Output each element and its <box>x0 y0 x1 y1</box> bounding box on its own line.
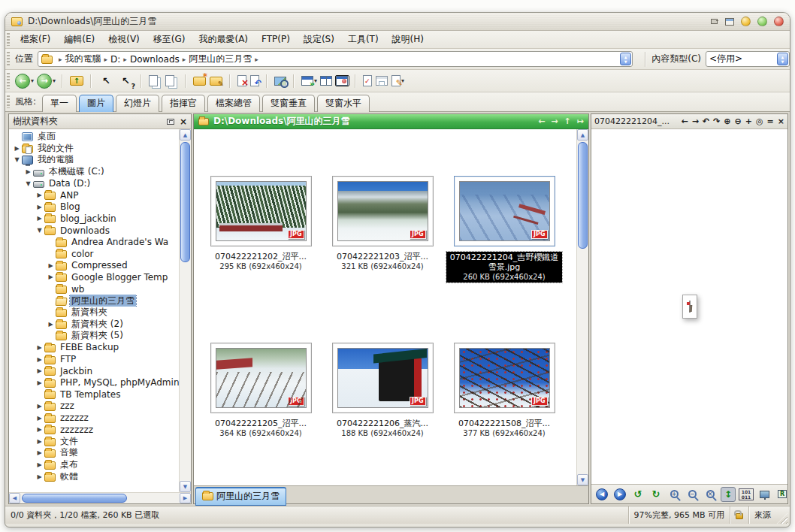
tree-item[interactable]: 新資料夾 <box>9 307 179 319</box>
tree-expand-arrow[interactable]: ▶ <box>46 262 56 269</box>
title-bar[interactable]: D:\Downloads\阿里山的三月雪 <box>5 13 790 31</box>
prev-file-icon[interactable]: ← <box>681 116 688 127</box>
preview-search-button[interactable] <box>274 76 288 86</box>
edit-folder-button[interactable]: ✎ <box>209 76 224 86</box>
style-tab[interactable]: 檔案總管 <box>207 95 260 112</box>
address-combo[interactable]: ▸我的電腦 ▸D: ▸Downloads ▸阿里山的三月雪 ▸ ▲ ▼ <box>38 51 633 67</box>
tree-expand-arrow[interactable]: ▶ <box>35 215 44 222</box>
center-icon[interactable]: ◎ <box>756 116 763 127</box>
tree-item[interactable]: Andrea Andrade's Wa <box>9 236 179 248</box>
tree-expand-arrow[interactable]: ▶ <box>35 344 44 351</box>
tree-expand-arrow[interactable]: ▶ <box>35 367 44 374</box>
paste-button[interactable] <box>165 74 180 87</box>
tree-expand-arrow[interactable]: ▼ <box>35 227 44 234</box>
zoom-out-button[interactable]: − <box>685 487 700 502</box>
tree-item[interactable]: 阿里山的三月雪 <box>9 295 179 307</box>
separator[interactable] <box>225 74 235 89</box>
tree-expand-arrow[interactable]: ▶ <box>35 403 44 410</box>
separator[interactable] <box>351 74 361 89</box>
tree-item[interactable]: ▶ PHP, MySQL, phpMyAdmin <box>9 376 179 388</box>
info-view-button[interactable]: R <box>775 487 787 502</box>
tree-item[interactable]: ▼ Downloads <box>9 225 179 237</box>
tree-item[interactable]: 桌面 <box>9 131 179 143</box>
breadcrumb-item[interactable]: 我的電腦 <box>65 53 101 65</box>
tree-expand-arrow[interactable]: ▶ <box>46 321 56 328</box>
menu-item[interactable]: 我的最愛(A) <box>192 32 255 46</box>
up-folder-button[interactable]: ↑ <box>69 75 85 86</box>
file-thumbnail[interactable]: JPG 070422221508_沼平... 377 KB (692x460x2… <box>444 343 564 438</box>
scroll-right-icon[interactable]: ▶ <box>180 493 191 503</box>
file-thumbnail[interactable]: JPG 070422221203_沼平... 321 KB (692x460x2… <box>322 176 443 283</box>
tree-hscroll-thumb[interactable] <box>22 494 127 503</box>
pane-forward-icon[interactable]: → <box>551 116 558 126</box>
style-tab[interactable]: 幻燈片 <box>116 95 159 112</box>
tree-scroll-thumb[interactable] <box>180 142 190 262</box>
tree-item[interactable]: ▶ ANP <box>9 189 179 201</box>
tree-item[interactable]: wb <box>9 283 179 295</box>
tree-item[interactable]: ▶ Blog <box>9 201 179 213</box>
breadcrumb-item[interactable]: 阿里山的三月雪 <box>189 53 252 65</box>
style-tab[interactable]: 指揮官 <box>162 95 205 112</box>
scroll-down-icon[interactable]: ▼ <box>180 481 191 492</box>
next-file-icon[interactable]: → <box>692 116 699 127</box>
separator[interactable] <box>289 74 299 89</box>
notes-button[interactable]: ✎▾ <box>391 74 405 87</box>
breadcrumb-item[interactable]: Downloads <box>130 54 180 65</box>
undock-panel-icon[interactable] <box>167 119 174 125</box>
tree-expand-arrow[interactable]: ▼ <box>23 180 33 187</box>
address-spinner[interactable]: ▲ ▼ <box>620 53 631 65</box>
browser-panel-header[interactable]: D:\Downloads\阿里山的三月雪 ←→↑↦ <box>194 114 588 129</box>
address-grip[interactable] <box>7 52 10 66</box>
menu-item[interactable]: 移至(G) <box>147 32 192 46</box>
scroll-down-icon[interactable]: ▼ <box>577 474 588 485</box>
tree-item[interactable]: ▶ 我的文件 <box>9 143 179 155</box>
menu-item[interactable]: 工具(T) <box>341 32 385 46</box>
rotate-left-button[interactable]: ↺ <box>630 487 645 502</box>
close-button[interactable] <box>774 17 784 26</box>
tree-item[interactable]: ▶ 音樂 <box>9 447 179 459</box>
breadcrumb-item[interactable]: D: <box>110 54 120 65</box>
tree-expand-arrow[interactable]: ▶ <box>35 426 44 433</box>
hex-view-button[interactable]: 101 011 <box>739 487 754 502</box>
checklist-button[interactable]: ✓ <box>362 74 373 87</box>
tree-item[interactable]: ▶ 本機磁碟 (C:) <box>9 166 179 178</box>
menu-item[interactable]: FTP(P) <box>255 32 297 46</box>
tree-expand-arrow[interactable]: ▶ <box>35 461 44 468</box>
file-thumbnail[interactable]: JPG 070422221206_蒸汽... 188 KB (692x460x2… <box>322 343 443 438</box>
file-thumbnail[interactable]: JPG 070422221204_吉野櫻鐵道雪景.jpg 260 KB (692… <box>444 176 564 283</box>
tree-item[interactable]: ▶ zzz <box>9 401 179 413</box>
swap-pane-button[interactable]: »▾ <box>301 75 318 86</box>
tree-expand-arrow[interactable]: ▶ <box>35 379 44 386</box>
tree-expand-arrow[interactable]: ▶ <box>23 168 33 175</box>
separator[interactable] <box>58 74 68 89</box>
tree-item[interactable]: ▶ blog_jackbin <box>9 213 179 225</box>
tree-vertical-scrollbar[interactable]: ▲ ▼ <box>179 129 191 492</box>
close-viewer-icon[interactable]: × <box>778 116 784 127</box>
tree-expand-arrow[interactable]: ▶ <box>35 204 44 210</box>
separator[interactable] <box>262 74 272 89</box>
menu-item[interactable]: 說明(H) <box>385 32 431 46</box>
tree-expand-arrow[interactable]: ▶ <box>35 192 44 198</box>
tree-item[interactable]: ▶ 軟體 <box>9 470 179 482</box>
tree-expand-arrow[interactable]: ▶ <box>46 274 56 280</box>
rotate-cw-icon[interactable]: ↷ <box>713 116 720 127</box>
browser-scroll-thumb[interactable] <box>578 142 588 249</box>
scroll-up-icon[interactable]: ▲ <box>577 129 588 141</box>
toggle-panels-icon[interactable] <box>725 18 734 26</box>
pin-window-icon[interactable] <box>710 17 718 26</box>
preview-image[interactable] <box>689 301 691 313</box>
separator[interactable] <box>86 74 96 89</box>
pane-up-icon[interactable]: ↑ <box>564 116 571 126</box>
toolbar-grip[interactable] <box>7 73 10 88</box>
tree-item[interactable]: ▼ 我的電腦 <box>9 154 179 166</box>
inspect-cursor-button[interactable]: ↖? <box>117 73 135 89</box>
forward-button[interactable]: →▾ <box>36 73 56 89</box>
pane-maximize-icon[interactable]: ↦ <box>577 116 584 126</box>
menu-item[interactable]: 設定(S) <box>297 32 341 46</box>
style-tab[interactable]: 圖片 <box>79 95 113 112</box>
scroll-up-icon[interactable]: ▲ <box>180 129 191 141</box>
viewer-pane-button[interactable] <box>335 75 349 86</box>
zoom-in-icon[interactable]: ⊕ <box>724 116 730 127</box>
tree-item[interactable]: ▶ zzzzzz <box>9 412 179 424</box>
tree-item[interactable]: ▶ Compressed <box>9 260 179 272</box>
